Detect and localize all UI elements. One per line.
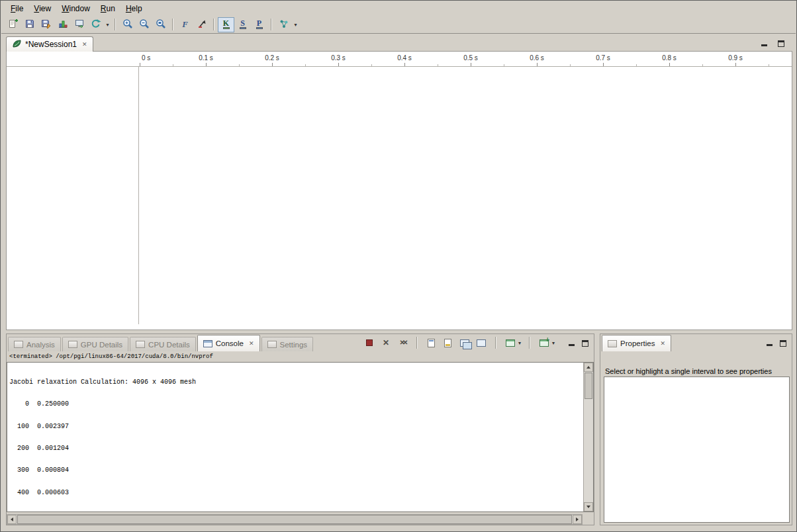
scroll-lock-button[interactable] (442, 337, 454, 349)
properties-content[interactable] (604, 377, 790, 523)
refresh-dropdown-chevron[interactable]: ▾ (104, 17, 111, 32)
properties-panel: Properties ✕ Select or highlight a singl… (600, 333, 792, 525)
console-tab-icon (203, 340, 212, 347)
save-session-as-button[interactable] (38, 17, 54, 32)
process-toggle-button[interactable]: P (251, 17, 267, 32)
session-tab[interactable]: *NewSession1 ✕ (6, 36, 93, 52)
ruler-label: 0.1 s (195, 54, 216, 62)
open-console-icon (539, 339, 549, 347)
horizontal-scroll-thumb[interactable] (17, 515, 572, 524)
main-toolbar: ▾ F K (1, 16, 796, 34)
properties-message: Select or highlight a single interval to… (605, 367, 772, 375)
stream-toggle-button[interactable]: S (234, 17, 251, 32)
zoom-out-button[interactable] (136, 17, 152, 32)
maximize-icon[interactable] (581, 339, 590, 347)
remove-all-terminated-button[interactable]: ✕✕ (397, 337, 408, 349)
ruler-label: 0.3 s (328, 54, 349, 62)
tab-properties-label: Properties (620, 339, 655, 347)
tab-settings[interactable]: Settings (261, 337, 314, 351)
console-tab-close-icon[interactable]: ✕ (249, 340, 254, 347)
new-session-button[interactable] (5, 17, 21, 32)
ruler-label: 0.7 s (592, 54, 614, 62)
fill-timeline-icon: F (182, 19, 188, 30)
cpu-details-tab-icon (136, 341, 145, 348)
ruler-label: 0.5 s (460, 54, 481, 62)
console-status-line: <terminated> /opt/pgi/linux86-64/2017/cu… (9, 353, 213, 360)
console-output[interactable]: Jacobi relaxation Calculation: 4096 x 40… (7, 362, 594, 512)
timeline-ruler[interactable]: 0 s 0.1 s 0.2 s 0.3 s 0.4 s 0.5 s 0.6 s … (7, 52, 792, 67)
save-icon (24, 19, 35, 31)
menu-run[interactable]: Run (95, 2, 120, 15)
pin-console-button[interactable] (459, 337, 471, 349)
pin-console-icon (460, 339, 469, 347)
guided-analysis-button[interactable] (275, 17, 292, 32)
tab-properties[interactable]: Properties ✕ (602, 335, 671, 351)
session-tab-label: *NewSession1 (25, 40, 77, 49)
settings-tab-icon (267, 341, 277, 348)
menu-window[interactable]: Window (56, 2, 95, 15)
minimize-icon[interactable] (765, 339, 774, 347)
session-tab-close-icon[interactable]: ✕ (82, 41, 87, 48)
analysis-tab-icon (14, 341, 23, 348)
session-icon (12, 39, 22, 50)
scroll-up-icon[interactable] (584, 363, 593, 372)
open-console-button[interactable] (538, 337, 550, 349)
terminate-icon (366, 339, 373, 346)
menu-view[interactable]: View (28, 2, 56, 15)
gpu-details-tab-icon (68, 341, 77, 348)
clear-console-button[interactable] (426, 337, 438, 349)
bar-chart-button[interactable] (54, 17, 71, 32)
refresh-button[interactable] (87, 17, 104, 32)
tab-gpu-details[interactable]: GPU Details (62, 337, 128, 351)
console-toolbar: ✕ ✕✕ ▾ ▾ (363, 335, 590, 350)
display-selected-console-button[interactable] (504, 337, 516, 349)
fill-timeline-button[interactable]: F (177, 17, 193, 32)
timeline-row-tree[interactable] (7, 67, 138, 330)
scroll-left-icon[interactable] (7, 515, 17, 524)
save-session-button[interactable] (21, 17, 38, 32)
open-console-dropdown-chevron[interactable]: ▾ (552, 340, 555, 346)
kernel-toggle-icon: K (223, 20, 230, 29)
properties-panel-tabs: Properties ✕ (600, 334, 792, 351)
kernel-toggle-button[interactable]: K (218, 17, 234, 32)
console-vertical-scrollbar[interactable] (583, 363, 593, 511)
properties-tab-close-icon[interactable]: ✕ (660, 340, 665, 347)
zoom-fit-icon (156, 19, 166, 31)
tab-cpu-details-label: CPU Details (148, 341, 190, 349)
clear-console-icon (428, 339, 435, 347)
minimize-icon[interactable] (567, 339, 576, 347)
tab-console[interactable]: Console ✕ (197, 335, 260, 351)
console-line: 100 0.002397 (9, 423, 582, 430)
display-console-icon (506, 339, 515, 347)
remove-all-terminated-icon: ✕✕ (400, 339, 406, 346)
menu-file[interactable]: File (5, 2, 28, 15)
toolbar-separator (416, 337, 418, 349)
vertical-scroll-thumb[interactable] (585, 373, 592, 399)
toolbar-separator (213, 19, 214, 30)
console-horizontal-scrollbar[interactable] (7, 514, 583, 525)
show-console-on-output-button[interactable] (475, 337, 487, 349)
console-line: 300 0.000804 (9, 466, 582, 474)
analysis-dropdown-chevron[interactable]: ▾ (292, 17, 299, 32)
show-console-icon (477, 339, 486, 347)
tab-analysis[interactable]: Analysis (8, 337, 61, 351)
display-console-dropdown-chevron[interactable]: ▾ (518, 340, 521, 346)
ruler-label: 0.2 s (261, 54, 283, 62)
timeline-canvas[interactable] (139, 67, 792, 330)
export-report-button[interactable] (71, 17, 87, 32)
properties-tab-icon (608, 340, 617, 347)
minimize-icon[interactable] (759, 39, 769, 47)
zoom-in-button[interactable] (119, 17, 136, 32)
terminate-button[interactable] (363, 337, 375, 349)
tab-cpu-details[interactable]: CPU Details (130, 337, 196, 351)
scroll-down-icon[interactable] (584, 502, 593, 511)
console-line: 400 0.000603 (9, 489, 582, 496)
reset-timeline-button[interactable] (193, 17, 210, 32)
menu-help[interactable]: Help (120, 2, 148, 15)
remove-launch-button[interactable]: ✕ (380, 337, 392, 349)
maximize-icon[interactable] (778, 339, 788, 347)
maximize-icon[interactable] (776, 39, 786, 47)
console-text: Jacobi relaxation Calculation: 4096 x 40… (9, 364, 582, 510)
scroll-right-icon[interactable] (573, 515, 582, 524)
zoom-fit-button[interactable] (152, 17, 169, 32)
